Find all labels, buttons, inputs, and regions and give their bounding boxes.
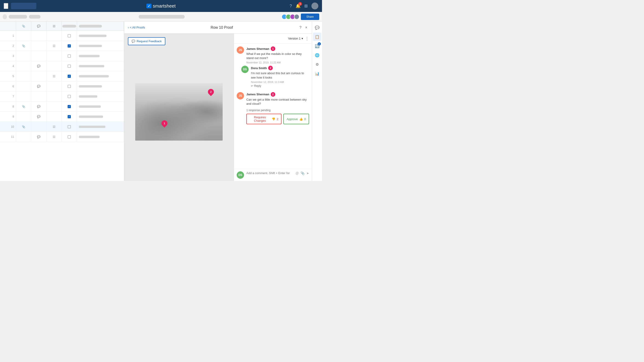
send-icon[interactable]: ➤ (306, 171, 309, 175)
cell-checkbox[interactable]: ✓ (62, 71, 77, 81)
back-to-all-proofs-link[interactable]: ‹ < All Proofs (128, 26, 145, 29)
requires-changes-button[interactable]: Requires Changes 👎 2 (246, 114, 282, 124)
approve-label: Approve (286, 117, 298, 121)
help-icon[interactable]: ? (290, 4, 292, 8)
sheet-toolbar: Share (0, 12, 322, 21)
cell-main (77, 112, 124, 122)
cell-proof (46, 61, 62, 71)
table-row: 2 📎 🖼 ✓ (0, 41, 124, 51)
proof-help-icon[interactable]: ? (298, 24, 302, 30)
cell-comment (31, 71, 46, 81)
checkbox-checked[interactable]: ✓ (68, 105, 71, 108)
right-sidebar: 💬 📋 🔄 2 🌐 ⚙ 📊 (312, 21, 322, 181)
cell-bar (79, 55, 100, 57)
sidebar-icon-data[interactable]: 📊 (313, 69, 321, 78)
comment-author: James Sherman (246, 47, 269, 50)
approve-count: 0 (304, 117, 306, 121)
cell-attachment (16, 61, 31, 71)
sidebar-icon-globe[interactable]: 🌐 (313, 51, 321, 59)
tab-indicator (3, 14, 7, 19)
cell-attachment (16, 31, 31, 41)
reply-label: Reply (254, 84, 261, 88)
comment-icon: 💬 (37, 24, 40, 28)
grid-header: 📎 💬 🖼 (0, 21, 124, 31)
approve-button[interactable]: Approve 👍 0 (283, 114, 309, 124)
cell-checkbox[interactable] (62, 31, 77, 41)
cell-checkbox[interactable]: ✓ (62, 41, 77, 51)
cell-checkbox[interactable]: ✓ (62, 112, 77, 122)
checkbox[interactable] (68, 65, 71, 68)
search-bar[interactable] (11, 3, 36, 9)
checkbox-checked[interactable]: ✓ (68, 44, 71, 47)
apps-icon[interactable]: ⊞ (304, 3, 308, 8)
comment-input[interactable] (246, 171, 293, 175)
checkbox[interactable] (68, 85, 71, 88)
checkbox-checked[interactable]: ✓ (68, 115, 71, 118)
sidebar-icon-proof[interactable]: 📋 (313, 33, 321, 41)
cell-main (77, 81, 124, 91)
cell-attachment (16, 81, 31, 91)
comment-thread: JS James Sherman 1 What if we put the me… (237, 46, 309, 88)
request-feedback-button[interactable]: 💬 Request Feedback (128, 37, 165, 45)
toolbar-pill-1 (9, 15, 27, 19)
cell-proof (46, 112, 62, 122)
cell-checkbox[interactable] (62, 91, 77, 101)
cell-comment: 💬 (31, 102, 46, 111)
col-header-main[interactable] (77, 21, 124, 30)
table-row: 8 📎 💬 ✓ (0, 102, 124, 112)
attachment-icon: 📎 (22, 44, 25, 47)
comment-item-2: JS James Sherman 2 Can we get a little m… (237, 92, 309, 107)
table-row: 11 💬 🖼 (0, 132, 124, 142)
feedback-icon: 💬 (132, 39, 135, 43)
checkbox[interactable] (68, 34, 71, 37)
col-header-attachment[interactable]: 📎 (16, 21, 31, 30)
cell-checkbox[interactable]: ✓ (62, 102, 77, 111)
col-header-proof[interactable]: 🖼 (46, 21, 62, 30)
approval-action-buttons: Requires Changes 👎 2 Approve 👍 0 (237, 114, 309, 124)
comment-icon: 💬 (37, 115, 40, 118)
cell-attachment (16, 132, 31, 142)
cell-proof: 🖼 (46, 41, 62, 51)
comment-pin-badge: 1 (271, 46, 275, 51)
comment-pin-badge-2: 2 (271, 92, 275, 97)
menu-icon[interactable]: ☰ (4, 3, 8, 9)
col-header-checkbox[interactable] (62, 21, 77, 30)
proof-close-icon[interactable]: × (304, 24, 308, 30)
comment-icon: 💬 (37, 65, 40, 68)
attachment-icon[interactable]: 📎 (300, 171, 304, 175)
checkbox[interactable] (68, 125, 71, 128)
cell-checkbox[interactable] (62, 51, 77, 61)
cell-checkbox[interactable] (62, 122, 77, 132)
cell-checkbox[interactable] (62, 61, 77, 71)
cell-attachment (16, 112, 31, 122)
checkbox-checked[interactable]: ✓ (68, 75, 71, 78)
cell-comment: 💬 (31, 61, 46, 71)
proof-icon: 🖼 (53, 24, 56, 28)
cell-checkbox[interactable] (62, 132, 77, 142)
back-label: < All Proofs (130, 26, 145, 29)
cell-proof (46, 81, 62, 91)
user-avatar[interactable] (312, 2, 318, 9)
cell-checkbox[interactable] (62, 81, 77, 91)
checkbox[interactable] (68, 54, 71, 58)
checkbox[interactable] (68, 135, 71, 139)
cell-main (77, 71, 124, 81)
mention-icon[interactable]: @ (296, 171, 299, 175)
top-navigation: ☰ ✓ smartsheet ? 🔔 4 ⊞ (0, 0, 322, 12)
proof-icon: 🖼 (53, 135, 56, 139)
sidebar-icon-activity[interactable]: 🔄 2 (313, 42, 321, 50)
col-header-comment[interactable]: 💬 (31, 21, 46, 30)
checkbox[interactable] (68, 95, 71, 98)
chevron-left-icon: ‹ (128, 26, 129, 29)
row-number: 2 (0, 41, 16, 51)
share-button[interactable]: Share (301, 13, 319, 20)
chevron-down-icon: ▾ (302, 37, 303, 40)
pin-number-2: 2 (210, 90, 212, 93)
reply-link[interactable]: ↩ Reply (251, 84, 309, 88)
sidebar-icon-chat[interactable]: 💬 (313, 23, 321, 32)
more-options-icon[interactable]: ⋮ (305, 36, 309, 41)
version-selector[interactable]: Version 1 ▾ (288, 37, 303, 40)
sidebar-icon-hierarchy[interactable]: ⚙ (313, 60, 321, 68)
thumbdown-icon: 👎 (272, 117, 275, 121)
notifications-icon[interactable]: 🔔 4 (296, 3, 300, 8)
